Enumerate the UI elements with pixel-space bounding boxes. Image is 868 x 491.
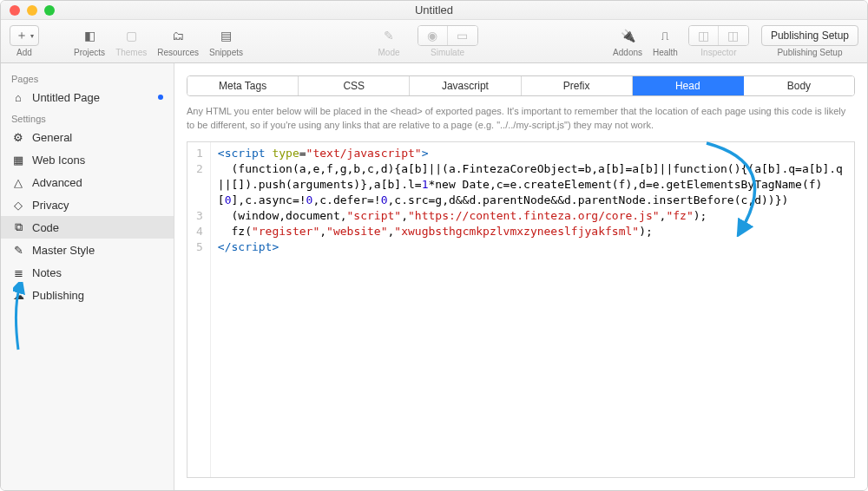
code-tabs: Meta Tags CSS Javascript Prefix Head Bod… <box>187 75 855 96</box>
toolbar-mode[interactable]: ✎ Mode <box>378 25 400 57</box>
tab-head[interactable]: Head <box>633 76 744 95</box>
sidebar-item-privacy[interactable]: ◇Privacy <box>1 193 174 216</box>
toolbar-projects[interactable]: ◧ Projects <box>74 25 105 57</box>
sidebar-item-code[interactable]: ⧉Code <box>1 216 174 239</box>
panel-left-icon: ◫ <box>698 29 709 43</box>
sidebar-item-publishing[interactable]: ☁Publishing <box>1 284 174 306</box>
toolbar-health[interactable]: ⎍ Health <box>653 25 678 57</box>
tab-css[interactable]: CSS <box>299 76 410 95</box>
notes-icon: ≣ <box>11 265 25 279</box>
gear-icon: ⚙ <box>11 130 25 144</box>
toolbar-resources[interactable]: 🗂 Resources <box>157 25 199 57</box>
line-gutter: 1 2 3 4 5 <box>187 142 211 477</box>
modified-dot-icon <box>158 95 163 100</box>
sidebar-item-notes[interactable]: ≣Notes <box>1 261 174 284</box>
heart-pulse-icon: ⎍ <box>661 29 668 43</box>
tab-javascript[interactable]: Javascript <box>410 76 521 95</box>
code-icon: ⧉ <box>11 220 25 234</box>
tab-body[interactable]: Body <box>744 76 854 95</box>
pencil-icon: ✎ <box>384 29 394 43</box>
sidebar-item-master-style[interactable]: ✎Master Style <box>1 239 174 261</box>
shield-icon: ◇ <box>11 198 25 212</box>
sidebar-section-settings: Settings <box>1 108 174 126</box>
code-editor[interactable]: 1 2 3 4 5 <script type="text/javascript"… <box>187 141 855 478</box>
app-window: Untitled ＋▾ Add ◧ Projects ▢ Themes 🗂 Re… <box>0 0 868 491</box>
toolbar-publishing-setup[interactable]: Publishing Setup Publishing Setup <box>761 25 858 57</box>
window-title: Untitled <box>1 3 867 16</box>
resources-icon: 🗂 <box>172 29 184 43</box>
cloud-icon: ☁ <box>11 288 25 302</box>
eye-icon: ◉ <box>427 29 437 43</box>
panel-right-icon: ◫ <box>727 29 739 43</box>
themes-icon: ▢ <box>126 29 137 43</box>
chevron-down-icon: ▾ <box>30 32 34 40</box>
sidebar-item-web-icons[interactable]: ▦Web Icons <box>1 148 174 171</box>
code-content[interactable]: <script type="text/javascript"> (functio… <box>211 142 854 477</box>
image-icon: ▦ <box>11 153 25 167</box>
content: Pages ⌂ Untitled Page Settings ⚙General … <box>1 63 867 490</box>
titlebar: Untitled <box>1 1 867 20</box>
main-panel: Meta Tags CSS Javascript Prefix Head Bod… <box>174 63 867 490</box>
maximize-window-button[interactable] <box>44 5 55 16</box>
toolbar-addons[interactable]: 🔌 Addons <box>613 25 642 57</box>
tab-meta-tags[interactable]: Meta Tags <box>187 76 299 95</box>
tab-prefix[interactable]: Prefix <box>522 76 633 95</box>
close-window-button[interactable] <box>10 5 20 16</box>
snippets-icon: ▤ <box>220 29 232 43</box>
toolbar-add[interactable]: ＋▾ Add <box>10 25 39 57</box>
toolbar-themes[interactable]: ▢ Themes <box>115 25 147 57</box>
toolbar-inspector[interactable]: ◫ ◫ Inspector <box>688 25 749 57</box>
triangle-icon: △ <box>11 175 25 189</box>
toolbar: ＋▾ Add ◧ Projects ▢ Themes 🗂 Resources ▤… <box>1 20 867 63</box>
toolbar-simulate[interactable]: ◉ ▭ Simulate <box>418 25 478 57</box>
sidebar-section-pages: Pages <box>1 69 174 86</box>
plug-icon: 🔌 <box>621 29 635 43</box>
sidebar-page-item[interactable]: ⌂ Untitled Page <box>1 86 174 108</box>
sidebar-item-advanced[interactable]: △Advanced <box>1 171 174 193</box>
traffic-lights <box>10 5 55 16</box>
sidebar-item-general[interactable]: ⚙General <box>1 126 174 148</box>
projects-icon: ◧ <box>84 29 95 43</box>
minimize-window-button[interactable] <box>27 5 37 16</box>
home-icon: ⌂ <box>11 90 25 104</box>
toolbar-snippets[interactable]: ▤ Snippets <box>209 25 243 57</box>
wand-icon: ✎ <box>11 243 25 257</box>
device-icon: ▭ <box>457 29 468 43</box>
sidebar: Pages ⌂ Untitled Page Settings ⚙General … <box>1 63 174 490</box>
plus-icon: ＋ <box>16 28 28 43</box>
tab-description: Any HTML you enter below will be placed … <box>187 105 855 133</box>
